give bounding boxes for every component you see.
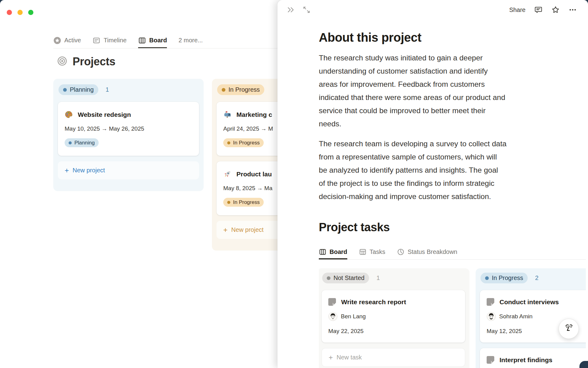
- tab-task-board[interactable]: Board: [319, 244, 347, 259]
- assignee-name: Sohrab Amin: [499, 313, 533, 320]
- board-icon: [319, 248, 326, 256]
- page-icon: [328, 298, 336, 306]
- board-icon: [138, 36, 146, 44]
- card-title: Product lau: [236, 171, 272, 178]
- card-title: Website redesign: [78, 111, 131, 118]
- tab-label: Status Breakdown: [408, 248, 457, 255]
- zoom-window-button[interactable]: [28, 10, 33, 15]
- page-icon: [487, 298, 494, 306]
- card-status-tag: In Progress: [223, 198, 264, 207]
- about-paragraph-2: The research team is developing a survey…: [319, 137, 564, 203]
- column-status-pill[interactable]: In Progress: [217, 84, 264, 95]
- card-status-tag: Planning: [65, 138, 99, 147]
- comments-icon[interactable]: [534, 6, 543, 14]
- about-heading: About this project: [319, 31, 588, 44]
- tab-board-view[interactable]: Board: [138, 33, 167, 48]
- tab-label: Active: [64, 37, 81, 44]
- column-name: Planning: [70, 86, 94, 93]
- task-title: Interpret findings: [499, 356, 552, 364]
- task-title: Conduct interviews: [499, 298, 559, 306]
- notion-ai-button[interactable]: [559, 319, 579, 339]
- page-title-row: Projects: [57, 55, 115, 68]
- status-dot: [485, 276, 489, 280]
- avatar-ben-lang: [328, 312, 337, 321]
- column-name: In Progress: [492, 274, 523, 282]
- task-board: Not Started 1 Write research report Ben …: [319, 268, 586, 368]
- tab-label: 2 more...: [179, 37, 203, 44]
- plus-icon: +: [223, 227, 228, 233]
- mailbox-icon: [223, 110, 232, 119]
- column-status-pill[interactable]: In Progress: [481, 273, 528, 283]
- project-card-website-redesign[interactable]: Website redesign May 10, 2025 → May 26, …: [58, 102, 199, 156]
- side-peek-panel: Share About this project The research st…: [277, 0, 588, 368]
- tab-label: Board: [149, 37, 167, 44]
- task-date: May 22, 2025: [328, 328, 458, 335]
- new-task-button[interactable]: + New task: [322, 348, 465, 367]
- plus-icon: +: [65, 167, 69, 174]
- tab-timeline-view[interactable]: Timeline: [92, 33, 126, 48]
- project-tasks-heading: Project tasks: [319, 221, 588, 234]
- card-dates: May 10, 2025 → May 26, 2025: [65, 125, 192, 132]
- task-column-not-started: Not Started 1 Write research report Ben …: [319, 268, 469, 368]
- tab-label: Timeline: [104, 37, 126, 44]
- status-dot: [327, 276, 330, 280]
- share-button[interactable]: Share: [509, 6, 526, 13]
- peek-header: Share: [277, 0, 588, 20]
- new-project-button[interactable]: + New project: [58, 161, 199, 179]
- about-paragraph-1: The research study was initiated to gain…: [319, 51, 564, 130]
- card-status-tag: In Progress: [223, 138, 264, 147]
- expand-page-icon[interactable]: [302, 5, 311, 14]
- card-title: Marketing c: [236, 111, 272, 118]
- tab-status-breakdown[interactable]: Status Breakdown: [397, 244, 457, 259]
- column-count: 2: [535, 274, 538, 282]
- status-dot: [63, 88, 67, 92]
- status-dot: [227, 201, 230, 204]
- status-dot: [227, 141, 230, 144]
- column-count: 1: [106, 86, 109, 93]
- favorite-star-icon[interactable]: [551, 6, 560, 14]
- target-icon: [57, 56, 67, 67]
- task-card-interpret-findings[interactable]: Interpret findings: [480, 348, 586, 368]
- tab-active-view[interactable]: Active: [53, 33, 81, 48]
- rocket-icon: [223, 170, 232, 178]
- window-controls: [7, 10, 33, 15]
- status-dot: [222, 88, 225, 92]
- close-peek-chevrons-icon[interactable]: [286, 5, 295, 14]
- task-title: Write research report: [341, 298, 406, 306]
- task-card-write-research-report[interactable]: Write research report Ben Lang May 22, 2…: [322, 290, 465, 343]
- tab-task-table[interactable]: Tasks: [359, 244, 385, 259]
- board-column-planning: Planning 1 Website redesign May 10, 2025…: [53, 79, 204, 191]
- assignee-name: Ben Lang: [341, 313, 366, 320]
- timeline-icon: [92, 36, 100, 44]
- column-status-pill[interactable]: Planning: [58, 84, 98, 95]
- tab-label: Board: [330, 248, 347, 255]
- ai-face-icon: [563, 322, 575, 335]
- page-icon: [487, 356, 494, 364]
- more-options-icon[interactable]: [568, 6, 577, 14]
- task-column-in-progress: In Progress 2 Conduct interviews Sohrab …: [476, 268, 586, 368]
- status-clock-icon: [397, 248, 405, 256]
- page-title: Projects: [73, 55, 115, 68]
- table-icon: [359, 248, 367, 256]
- palette-icon: [65, 110, 73, 119]
- column-count: 1: [376, 274, 380, 282]
- column-name: In Progress: [228, 86, 260, 93]
- task-view-tabs: Board Tasks Status Breakdown: [319, 244, 586, 260]
- close-window-button[interactable]: [7, 10, 12, 15]
- avatar-sohrab-amin: [487, 312, 496, 321]
- star-circle-icon: [53, 36, 61, 44]
- peek-content: About this project The research study wa…: [277, 20, 588, 368]
- column-status-pill[interactable]: Not Started: [322, 273, 369, 283]
- status-dot: [69, 141, 72, 144]
- tab-more-views[interactable]: 2 more...: [179, 33, 203, 48]
- column-name: Not Started: [334, 274, 364, 282]
- tab-label: Tasks: [370, 248, 385, 255]
- plus-icon: +: [329, 355, 333, 361]
- minimize-window-button[interactable]: [17, 10, 23, 15]
